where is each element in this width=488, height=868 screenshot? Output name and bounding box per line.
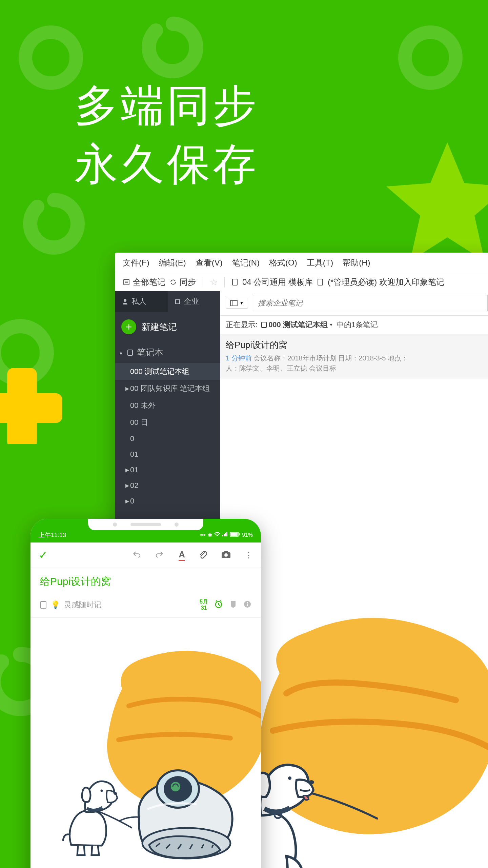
date-badge[interactable]: 5月 31 <box>200 599 208 611</box>
svg-point-0 <box>25 32 76 83</box>
battery-percent: 91% <box>242 532 253 538</box>
sync-label: 同步 <box>180 277 196 288</box>
note-title: 给Pupi设计的窝 <box>226 339 488 351</box>
tag-icon[interactable] <box>229 600 237 610</box>
note-preview-2: 人：陈学文、李明、王立德 会议目标 <box>226 364 336 372</box>
svg-rect-13 <box>262 322 266 328</box>
svg-point-32 <box>101 790 103 792</box>
wifi-icon <box>214 532 220 538</box>
svg-rect-11 <box>230 300 237 306</box>
new-note-button[interactable]: + 新建笔记 <box>115 312 220 342</box>
all-notes-button[interactable]: 全部笔记 <box>123 277 165 288</box>
menu-tools[interactable]: 工具(T) <box>307 257 333 268</box>
svg-rect-3 <box>124 279 129 285</box>
svg-point-15 <box>309 780 314 784</box>
redo-button[interactable] <box>156 550 165 560</box>
note-meta-row: 💡 灵感随时记 5月 31 <box>30 595 261 618</box>
note-canvas[interactable] <box>30 618 261 868</box>
notebook-list: 000 测试笔记本组 ▸00 团队知识库 笔记本组 00 未外 00 日 0 0… <box>115 363 220 509</box>
showing-count: 中的1条笔记 <box>337 320 378 330</box>
svg-point-31 <box>247 602 248 603</box>
svg-rect-10 <box>128 350 133 355</box>
svg-rect-17 <box>222 535 223 536</box>
svg-point-33 <box>114 792 117 795</box>
svg-point-37 <box>171 782 180 791</box>
svg-point-8 <box>124 299 126 302</box>
all-notes-label: 全部笔记 <box>133 277 165 288</box>
menu-format[interactable]: 格式(O) <box>269 257 297 268</box>
headline-line1: 多端同步 <box>75 81 259 130</box>
svg-point-26 <box>224 553 228 557</box>
breadcrumb-2[interactable]: (*管理员必读) 欢迎加入印象笔记 <box>328 277 444 288</box>
toolbar: 全部笔记 同步 ☆ 04 公司通用 模板库 (*管理员必读) 欢迎加入印象笔记 <box>115 273 488 291</box>
svg-rect-30 <box>247 604 248 606</box>
search-input[interactable] <box>253 295 488 311</box>
svg-rect-20 <box>226 532 227 536</box>
svg-rect-27 <box>41 601 46 608</box>
svg-rect-19 <box>225 533 226 536</box>
list-item[interactable]: 0 <box>115 431 220 447</box>
more-icon: ••• <box>200 532 206 538</box>
list-item[interactable]: ▸0 <box>115 493 220 509</box>
more-button[interactable]: ⋮ <box>245 550 253 560</box>
reminder-icon[interactable] <box>214 600 223 610</box>
menu-help[interactable]: 帮助(H) <box>343 257 370 268</box>
status-time: 上午11:13 <box>39 531 66 539</box>
list-item[interactable]: 000 测试笔记本组 <box>115 363 220 380</box>
list-item[interactable]: ▸01 <box>115 462 220 478</box>
svg-rect-22 <box>230 533 238 536</box>
sidebar-section-notebooks[interactable]: ▲ 笔记本 <box>115 342 220 363</box>
list-item[interactable]: 01 <box>115 447 220 462</box>
showing-notebook-dropdown[interactable]: 000 测试笔记本组 ▼ <box>261 320 333 330</box>
attach-button[interactable] <box>199 550 207 560</box>
done-button[interactable]: ✓ <box>39 549 48 561</box>
signal-icon <box>222 532 228 538</box>
notebook-name[interactable]: 灵感随时记 <box>64 600 101 610</box>
menu-file[interactable]: 文件(F) <box>123 257 149 268</box>
menu-edit[interactable]: 编辑(E) <box>159 257 186 268</box>
list-item[interactable]: ▸00 团队知识库 笔记本组 <box>115 380 220 397</box>
notebook-icon[interactable] <box>40 601 47 609</box>
plus-icon: + <box>121 319 136 334</box>
lightbulb-icon: 💡 <box>51 600 60 609</box>
section-label: 笔记本 <box>137 347 163 358</box>
showing-bar: 正在显示: 000 测试笔记本组 ▼ 中的1条笔记 <box>220 316 488 334</box>
editor-toolbar: ✓ A ⋮ <box>30 542 261 568</box>
undo-button[interactable] <box>133 550 142 560</box>
star-icon[interactable]: ☆ <box>210 277 218 288</box>
sidebar-tab-personal[interactable]: 私人 <box>115 291 168 312</box>
svg-point-2 <box>405 32 456 83</box>
sidebar-tab-business[interactable]: 企业 <box>168 291 220 312</box>
list-item[interactable]: 00 未外 <box>115 397 220 414</box>
svg-point-14 <box>288 776 291 780</box>
svg-rect-23 <box>239 533 240 535</box>
breadcrumb-1[interactable]: 04 公司通用 模板库 <box>242 277 313 288</box>
svg-rect-6 <box>232 279 237 285</box>
note-preview-1: 会议名称：2018年市场计划 日期：2018-3-5 地点： <box>253 354 408 362</box>
robot-sketch <box>119 750 241 865</box>
camera-button[interactable] <box>221 550 231 560</box>
new-note-label: 新建笔记 <box>142 321 177 333</box>
phone-frame: 上午11:13 ••• ✱ 91% ✓ A ⋮ 给Pupi设计的窝 <box>30 519 261 868</box>
svg-rect-9 <box>176 300 180 304</box>
showing-label: 正在显示: <box>226 320 258 330</box>
note-title-input[interactable]: 给Pupi设计的窝 <box>30 568 261 595</box>
list-item[interactable]: ▸02 <box>115 478 220 493</box>
view-toggle[interactable]: ▼ <box>226 298 248 309</box>
menu-view[interactable]: 查看(V) <box>196 257 223 268</box>
bluetooth-icon: ✱ <box>208 532 212 538</box>
battery-icon <box>230 532 240 538</box>
note-time: 1 分钟前 <box>226 354 252 362</box>
note-list-item[interactable]: 给Pupi设计的窝 1 分钟前 会议名称：2018年市场计划 日期：2018-3… <box>220 334 488 378</box>
menu-note[interactable]: 笔记(N) <box>232 257 260 268</box>
info-icon[interactable] <box>243 600 251 610</box>
svg-rect-7 <box>318 279 323 285</box>
headline-line2: 永久保存 <box>75 140 259 188</box>
svg-rect-25 <box>224 551 228 553</box>
list-item[interactable]: 00 日 <box>115 414 220 431</box>
sync-button[interactable]: 同步 <box>169 277 196 288</box>
format-button[interactable]: A <box>179 549 185 561</box>
headline: 多端同步 永久保存 <box>75 76 259 194</box>
svg-rect-18 <box>224 534 225 536</box>
star-decoration <box>380 136 488 271</box>
